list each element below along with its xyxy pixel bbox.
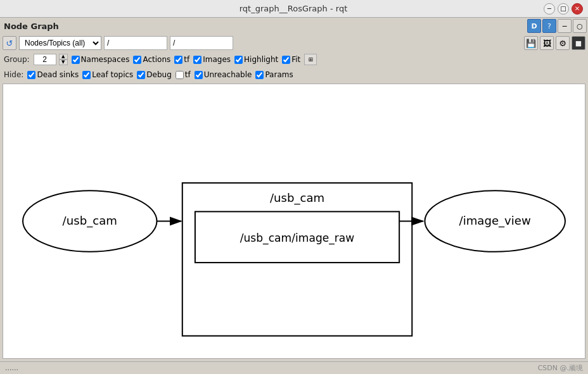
hide-label: Hide: [4, 70, 23, 79]
dead-sinks-checkbox[interactable] [27, 71, 35, 79]
actions-checkbox[interactable] [133, 56, 141, 64]
statusbar-dots: ...... [5, 364, 18, 372]
menubar: Node Graph D ? − ○ [0, 18, 588, 34]
filter2-input[interactable] [170, 36, 233, 50]
window-title: rqt_graph__RosGraph - rqt [43, 4, 544, 13]
window-controls: − □ ✕ [544, 3, 583, 15]
image-view-node-label: /image_view [459, 214, 531, 228]
group-input[interactable] [34, 54, 56, 65]
hide-tf-checkbox-label[interactable]: tf [176, 70, 191, 79]
maximize-button[interactable]: □ [558, 3, 569, 15]
hide-tf-checkbox[interactable] [176, 71, 184, 79]
refresh-button[interactable]: ↺ [3, 36, 16, 50]
screenshot-button[interactable]: 🖼 [540, 36, 554, 50]
undock-button[interactable]: − [558, 19, 572, 33]
params-checkbox-label[interactable]: Params [255, 70, 293, 79]
close-plugin-button[interactable]: ○ [573, 19, 587, 33]
group-label: Group: [4, 55, 30, 64]
group-spinner: ▲ ▼ [59, 54, 68, 65]
leaf-topics-checkbox-label[interactable]: Leaf topics [82, 70, 133, 79]
minimize-button[interactable]: − [544, 3, 555, 15]
tf-checkbox-label[interactable]: tf [174, 55, 189, 64]
unreachable-checkbox[interactable] [195, 71, 203, 79]
debug-checkbox[interactable] [137, 71, 145, 79]
namespace-label: /usb_cam [270, 191, 324, 205]
usb-cam-node-label: /usb_cam [63, 214, 117, 228]
main-window: Node Graph D ? − ○ ↺ Nodes/Topics (all) … [0, 18, 588, 374]
save-button[interactable]: 💾 [524, 36, 538, 50]
group-up-button[interactable]: ▲ [59, 54, 68, 59]
graph-svg: /usb_cam /usb_cam /usb_cam/image_raw /im… [3, 84, 585, 358]
stop-button[interactable]: ■ [572, 36, 585, 50]
statusbar-watermark: CSDN @.顽境 [538, 363, 583, 373]
highlight-checkbox[interactable] [234, 56, 243, 64]
group-options-row: Group: ▲ ▼ Namespaces Actions tf Images … [0, 52, 588, 67]
tf-checkbox[interactable] [174, 56, 182, 64]
settings-button[interactable]: ⚙ [556, 36, 570, 50]
graph-canvas[interactable]: /usb_cam /usb_cam /usb_cam/image_raw /im… [3, 84, 585, 359]
fit-checkbox[interactable] [282, 56, 290, 64]
controls-row: ↺ Nodes/Topics (all) 💾 🖼 ⚙ ■ [0, 34, 588, 52]
statusbar: ...... CSDN @.顽境 [0, 361, 588, 374]
dead-sinks-checkbox-label[interactable]: Dead sinks [27, 70, 79, 79]
leaf-topics-checkbox[interactable] [82, 71, 91, 79]
highlight-checkbox-label[interactable]: Highlight [234, 55, 278, 64]
images-checkbox[interactable] [193, 56, 201, 64]
help-button[interactable]: ? [542, 19, 556, 33]
filter1-input[interactable] [104, 36, 167, 50]
titlebar: rqt_graph__RosGraph - rqt − □ ✕ [0, 0, 588, 18]
menubar-icons: D ? − ○ [527, 19, 587, 33]
topic-label: /usb_cam/image_raw [240, 232, 355, 245]
namespaces-checkbox[interactable] [72, 56, 80, 64]
close-button[interactable]: ✕ [572, 3, 583, 15]
debug-checkbox-label[interactable]: Debug [137, 70, 171, 79]
toolbar-icon-buttons: 💾 🖼 ⚙ ■ [524, 36, 585, 50]
fit-checkbox-label[interactable]: Fit [282, 55, 300, 64]
view-mode-dropdown[interactable]: Nodes/Topics (all) [19, 36, 101, 50]
namespaces-checkbox-label[interactable]: Namespaces [72, 55, 130, 64]
page-button[interactable]: ⊞ [304, 54, 317, 65]
d-button[interactable]: D [527, 19, 541, 33]
hide-options-row: Hide: Dead sinks Leaf topics Debug tf Un… [0, 67, 588, 82]
actions-checkbox-label[interactable]: Actions [133, 55, 170, 64]
group-down-button[interactable]: ▼ [59, 59, 68, 65]
unreachable-checkbox-label[interactable]: Unreachable [195, 70, 252, 79]
params-checkbox[interactable] [255, 71, 264, 79]
images-checkbox-label[interactable]: Images [193, 55, 231, 64]
node-graph-label: Node Graph [1, 22, 61, 31]
